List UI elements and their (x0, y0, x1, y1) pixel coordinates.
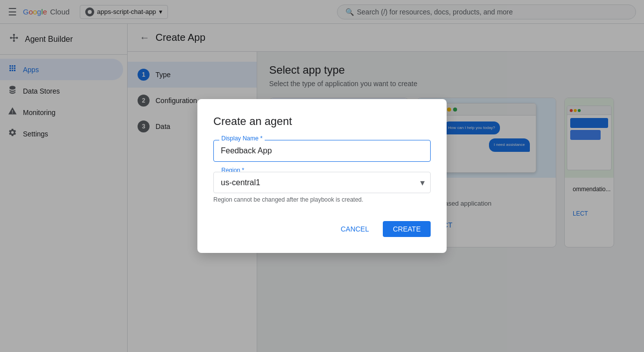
cancel-button[interactable]: CANCEL (330, 221, 379, 237)
region-select-wrapper: us-central1 us-east1 us-west1 europe-wes… (213, 172, 431, 193)
region-field: Region * us-central1 us-east1 us-west1 e… (213, 172, 431, 203)
dialog-overlay: Create an agent Display Name * Region * … (0, 0, 644, 352)
dialog-title: Create an agent (213, 115, 431, 128)
create-button[interactable]: CREATE (383, 221, 431, 237)
display-name-label: Display Name * (219, 135, 265, 142)
region-select[interactable]: us-central1 us-east1 us-west1 europe-wes… (213, 172, 431, 193)
region-hint: Region cannot be changed after the playb… (213, 196, 431, 203)
display-name-field: Display Name * (213, 140, 431, 162)
dialog-actions: CANCEL CREATE (213, 213, 431, 237)
display-name-input[interactable] (213, 140, 431, 162)
create-agent-dialog: Create an agent Display Name * Region * … (197, 99, 447, 253)
